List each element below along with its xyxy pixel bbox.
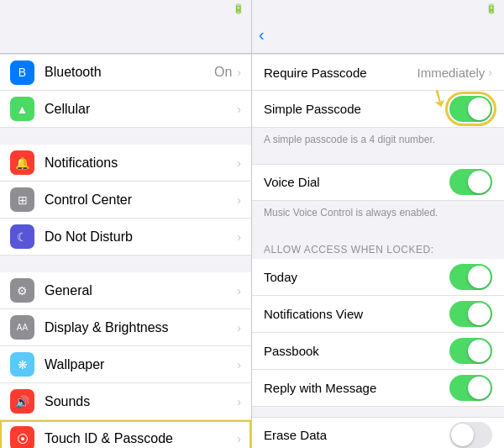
bluetooth-value: On	[214, 65, 232, 80]
reply-message-toggle-knob	[468, 377, 491, 399]
notifications-view-toggle-knob	[468, 303, 491, 325]
section-separator	[0, 128, 251, 145]
sidebar-item-cellular[interactable]: ▲Cellular›	[0, 91, 251, 128]
display-brightness-chevron-icon: ›	[237, 321, 241, 335]
passbook-toggle-knob	[468, 340, 491, 362]
settings-panel: 🔋 BBluetoothOn›▲Cellular›🔔Notifications›…	[0, 0, 252, 448]
sidebar-item-notifications[interactable]: 🔔Notifications›	[0, 145, 251, 182]
general-label: General	[45, 283, 237, 298]
sounds-chevron-icon: ›	[237, 395, 241, 408]
today-label: Today	[264, 270, 449, 284]
general-icon: ⚙	[10, 278, 34, 303]
wallpaper-label: Wallpaper	[45, 357, 237, 372]
require-passcode-chevron-icon: ›	[488, 66, 492, 79]
info-text-main: A simple passcode is a 4 digit number.	[252, 128, 504, 154]
cellular-chevron-icon: ›	[237, 103, 241, 116]
right-section-separator	[252, 154, 504, 164]
left-status-bar: 🔋	[0, 0, 251, 17]
right-status-bar: 🔋	[252, 0, 504, 17]
right-item-today[interactable]: Today	[252, 259, 504, 296]
right-item-notifications-view[interactable]: Notifications View	[252, 296, 504, 333]
bluetooth-label: Bluetooth	[45, 65, 214, 80]
today-toggle-knob	[468, 266, 491, 288]
voice-dial-label: Voice Dial	[264, 175, 449, 189]
notifications-view-label: Notifications View	[264, 307, 449, 321]
control-center-icon: ⊞	[10, 187, 34, 212]
sidebar-item-do-not-disturb[interactable]: ☾Do Not Disturb›	[0, 219, 251, 256]
touch-id-panel: 🔋 ‹ Require PasscodeImmediately›Simple P…	[252, 0, 504, 448]
bluetooth-icon: B	[10, 61, 34, 85]
reply-message-label: Reply with Message	[264, 381, 449, 395]
erase-data-toggle[interactable]	[449, 422, 492, 448]
wallpaper-icon: ❋	[10, 352, 34, 377]
display-brightness-label: Display & Brightness	[45, 320, 237, 335]
notifications-view-toggle[interactable]	[449, 301, 492, 327]
right-nav-content: ‹	[252, 17, 504, 53]
simple-passcode-toggle-knob	[468, 98, 491, 120]
touch-id-chevron-icon: ›	[237, 432, 241, 445]
section-header-access-locked: ALLOW ACCESS WHEN LOCKED:	[252, 237, 504, 259]
erase-data-toggle-knob	[451, 424, 474, 446]
sounds-icon: 🔊	[10, 389, 34, 414]
voice-dial-toggle-wrapper	[449, 169, 492, 195]
right-item-voice-dial[interactable]: Voice Dial	[252, 164, 504, 201]
sidebar-item-touch-id[interactable]: ⦿Touch ID & Passcode›	[0, 420, 251, 448]
right-item-simple-passcode[interactable]: Simple Passcode➘	[252, 91, 504, 128]
display-brightness-icon: AA	[10, 315, 34, 340]
right-nav-bar: 🔋 ‹	[252, 0, 504, 54]
passbook-toggle[interactable]	[449, 338, 492, 364]
right-item-require-passcode[interactable]: Require PasscodeImmediately›	[252, 54, 504, 91]
sidebar-item-bluetooth[interactable]: BBluetoothOn›	[0, 54, 251, 91]
passbook-label: Passbook	[264, 344, 449, 358]
settings-list: BBluetoothOn›▲Cellular›🔔Notifications›⊞C…	[0, 54, 251, 448]
reply-message-toggle[interactable]	[449, 375, 492, 401]
general-chevron-icon: ›	[237, 284, 241, 298]
right-item-reply-message[interactable]: Reply with Message	[252, 370, 504, 407]
require-passcode-label: Require Passcode	[264, 66, 417, 80]
erase-data-toggle-wrapper	[449, 422, 492, 448]
cellular-icon: ▲	[10, 97, 34, 121]
simple-passcode-label: Simple Passcode	[264, 102, 449, 116]
sidebar-item-control-center[interactable]: ⊞Control Center›	[0, 182, 251, 219]
sidebar-item-wallpaper[interactable]: ❋Wallpaper›	[0, 346, 251, 383]
control-center-label: Control Center	[45, 192, 237, 208]
voice-dial-toggle[interactable]	[449, 169, 492, 195]
today-toggle-wrapper	[449, 264, 492, 290]
do-not-disturb-chevron-icon: ›	[237, 230, 241, 244]
simple-passcode-toggle[interactable]	[449, 96, 492, 122]
section-separator	[0, 256, 251, 272]
reply-message-toggle-wrapper	[449, 375, 492, 401]
right-battery: 🔋	[486, 3, 497, 14]
do-not-disturb-label: Do Not Disturb	[45, 229, 237, 245]
back-button[interactable]: ‹	[259, 25, 266, 45]
touch-id-label: Touch ID & Passcode	[45, 431, 237, 446]
touch-id-icon: ⦿	[10, 426, 34, 448]
passbook-toggle-wrapper	[449, 338, 492, 364]
bluetooth-chevron-icon: ›	[237, 66, 241, 79]
left-battery: 🔋	[233, 3, 244, 14]
right-section-separator	[252, 227, 504, 237]
notifications-icon: 🔔	[10, 150, 34, 175]
sidebar-item-sounds[interactable]: 🔊Sounds›	[0, 383, 251, 420]
info-text-voice: Music Voice Control is always enabled.	[252, 201, 504, 227]
cellular-label: Cellular	[45, 102, 237, 117]
erase-data-label: Erase Data	[264, 428, 449, 442]
sounds-label: Sounds	[45, 394, 237, 409]
sidebar-item-general[interactable]: ⚙General›	[0, 272, 251, 309]
voice-dial-toggle-knob	[468, 171, 491, 193]
right-section-separator	[252, 407, 504, 417]
sidebar-item-display-brightness[interactable]: AADisplay & Brightness›	[0, 309, 251, 346]
simple-passcode-toggle-wrapper: ➘	[449, 96, 492, 122]
right-item-erase-data[interactable]: Erase Data	[252, 417, 504, 448]
back-chevron-icon: ‹	[259, 25, 265, 45]
notifications-view-toggle-wrapper	[449, 301, 492, 327]
notifications-chevron-icon: ›	[237, 156, 241, 170]
control-center-chevron-icon: ›	[237, 193, 241, 207]
right-content: Require PasscodeImmediately›Simple Passc…	[252, 54, 504, 448]
left-nav-bar	[0, 17, 251, 54]
wallpaper-chevron-icon: ›	[237, 358, 241, 372]
right-item-passbook[interactable]: Passbook	[252, 333, 504, 370]
today-toggle[interactable]	[449, 264, 492, 290]
notifications-label: Notifications	[45, 155, 237, 171]
require-passcode-value: Immediately	[417, 66, 485, 80]
